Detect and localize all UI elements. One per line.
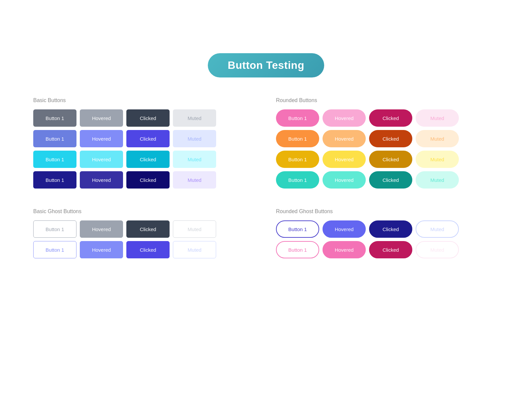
basic-blue-muted[interactable]: Muted xyxy=(173,130,216,147)
rounded-yellow-normal[interactable]: Button 1 xyxy=(276,151,319,168)
title-badge: Button Testing xyxy=(208,53,324,77)
basic-gray-hovered[interactable]: Hovered xyxy=(80,109,123,127)
basic-cyan-clicked[interactable]: Clicked xyxy=(126,151,170,168)
ghost-rounded-darkblue-muted[interactable]: Muted xyxy=(416,220,459,238)
ghost-rounded-darkblue-clicked[interactable]: Clicked xyxy=(369,220,412,238)
page-title: Button Testing xyxy=(228,59,304,71)
rounded-pink-hovered[interactable]: Hovered xyxy=(323,109,366,127)
basic-ghost-buttons-section: Basic Ghost Buttons Button 1 Hovered Cli… xyxy=(33,208,256,258)
rounded-teal-muted[interactable]: Muted xyxy=(416,171,459,189)
basic-ghost-grid: Button 1 Hovered Clicked Muted Button 1 … xyxy=(33,220,256,258)
basic-darkblue-normal[interactable]: Button 1 xyxy=(33,171,76,189)
rounded-ghost-title: Rounded Ghost Buttons xyxy=(276,208,499,214)
ghost-rounded-pink-clicked[interactable]: Clicked xyxy=(369,241,412,258)
ghost-blue-clicked[interactable]: Clicked xyxy=(126,241,170,258)
basic-cyan-muted[interactable]: Muted xyxy=(173,151,216,168)
rounded-pink-clicked[interactable]: Clicked xyxy=(369,109,412,127)
rounded-orange-clicked[interactable]: Clicked xyxy=(369,130,412,147)
ghost-rounded-pink-muted[interactable]: Muted xyxy=(416,241,459,258)
rounded-teal-normal[interactable]: Button 1 xyxy=(276,171,319,189)
ghost-gray-hovered[interactable]: Hovered xyxy=(80,220,123,238)
basic-blue-clicked[interactable]: Clicked xyxy=(126,130,170,147)
rounded-yellow-muted[interactable]: Muted xyxy=(416,151,459,168)
basic-buttons-section: Basic Buttons Button 1 Hovered Clicked M… xyxy=(33,97,256,189)
basic-buttons-title: Basic Buttons xyxy=(33,97,256,103)
rounded-pink-muted[interactable]: Muted xyxy=(416,109,459,127)
rounded-yellow-hovered[interactable]: Hovered xyxy=(323,151,366,168)
rounded-ghost-grid: Button 1 Hovered Clicked Muted Button 1 … xyxy=(276,220,499,258)
basic-ghost-title: Basic Ghost Buttons xyxy=(33,208,256,214)
ghost-blue-hovered[interactable]: Hovered xyxy=(80,241,123,258)
ghost-gray-clicked[interactable]: Clicked xyxy=(126,220,170,238)
basic-cyan-normal[interactable]: Button 1 xyxy=(33,151,76,168)
ghost-gray-muted[interactable]: Muted xyxy=(173,220,216,238)
rounded-ghost-buttons-section: Rounded Ghost Buttons Button 1 Hovered C… xyxy=(276,208,499,258)
page-container: Button Testing Basic Buttons Button 1 Ho… xyxy=(0,0,532,278)
basic-blue-normal[interactable]: Button 1 xyxy=(33,130,76,147)
ghost-blue-muted[interactable]: Muted xyxy=(173,241,216,258)
basic-cyan-hovered[interactable]: Hovered xyxy=(80,151,123,168)
rounded-orange-hovered[interactable]: Hovered xyxy=(323,130,366,147)
basic-gray-clicked[interactable]: Clicked xyxy=(126,109,170,127)
basic-darkblue-hovered[interactable]: Hovered xyxy=(80,171,123,189)
rounded-buttons-section: Rounded Buttons Button 1 Hovered Clicked… xyxy=(276,97,499,189)
rounded-orange-normal[interactable]: Button 1 xyxy=(276,130,319,147)
basic-darkblue-clicked[interactable]: Clicked xyxy=(126,171,170,189)
ghost-rounded-darkblue-normal[interactable]: Button 1 xyxy=(276,220,319,238)
rounded-yellow-clicked[interactable]: Clicked xyxy=(369,151,412,168)
rounded-orange-muted[interactable]: Muted xyxy=(416,130,459,147)
bottom-sections-row: Basic Ghost Buttons Button 1 Hovered Cli… xyxy=(33,208,499,258)
ghost-rounded-pink-normal[interactable]: Button 1 xyxy=(276,241,319,258)
basic-blue-hovered[interactable]: Hovered xyxy=(80,130,123,147)
top-sections-row: Basic Buttons Button 1 Hovered Clicked M… xyxy=(33,97,499,189)
basic-gray-muted[interactable]: Muted xyxy=(173,109,216,127)
rounded-teal-clicked[interactable]: Clicked xyxy=(369,171,412,189)
basic-buttons-grid: Button 1 Hovered Clicked Muted Button 1 … xyxy=(33,109,256,189)
rounded-buttons-title: Rounded Buttons xyxy=(276,97,499,103)
ghost-rounded-darkblue-hovered[interactable]: Hovered xyxy=(323,220,366,238)
ghost-gray-normal[interactable]: Button 1 xyxy=(33,220,76,238)
ghost-blue-normal[interactable]: Button 1 xyxy=(33,241,76,258)
basic-gray-normal[interactable]: Button 1 xyxy=(33,109,76,127)
ghost-rounded-pink-hovered[interactable]: Hovered xyxy=(323,241,366,258)
rounded-pink-normal[interactable]: Button 1 xyxy=(276,109,319,127)
basic-darkblue-muted[interactable]: Muted xyxy=(173,171,216,189)
rounded-buttons-grid: Button 1 Hovered Clicked Muted Button 1 … xyxy=(276,109,499,189)
rounded-teal-hovered[interactable]: Hovered xyxy=(323,171,366,189)
